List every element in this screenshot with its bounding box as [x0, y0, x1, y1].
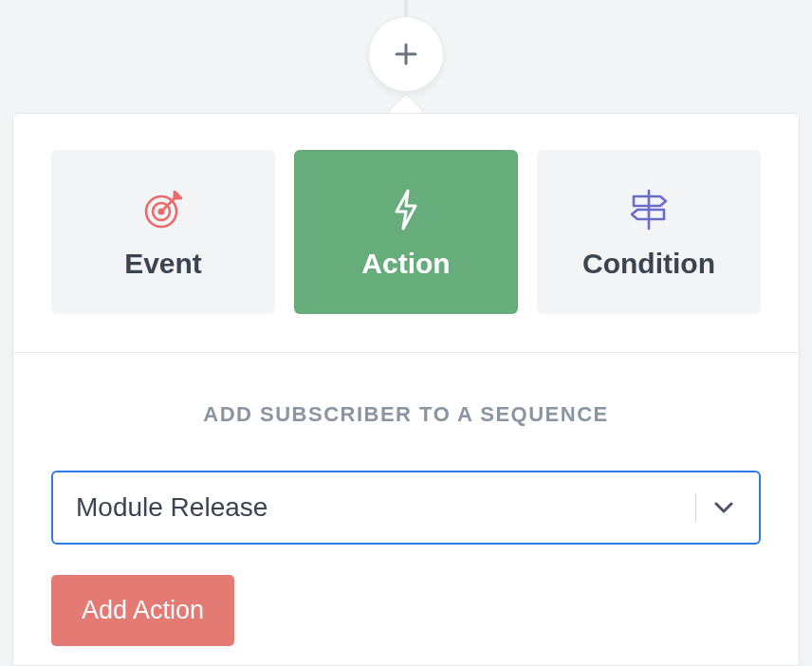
- step-type-tabs: Event Action Condition: [13, 114, 799, 353]
- tab-event[interactable]: Event: [51, 150, 275, 314]
- connector-line: [405, 0, 408, 19]
- tab-event-label: Event: [124, 248, 202, 280]
- tab-condition-label: Condition: [582, 248, 715, 280]
- chevron-down-icon: [711, 495, 736, 520]
- svg-line-5: [161, 198, 175, 212]
- add-action-button[interactable]: Add Action: [51, 575, 234, 646]
- select-divider: [695, 493, 696, 522]
- panel-title: ADD SUBSCRIBER TO A SEQUENCE: [51, 402, 761, 427]
- lightning-icon: [389, 185, 423, 234]
- add-action-label: Add Action: [82, 596, 204, 625]
- action-config-panel: ADD SUBSCRIBER TO A SEQUENCE Module Rele…: [13, 353, 799, 666]
- sequence-select[interactable]: Module Release: [51, 471, 761, 545]
- tab-condition[interactable]: Condition: [537, 150, 761, 314]
- sequence-select-value: Module Release: [76, 492, 695, 523]
- add-step-button[interactable]: [369, 17, 443, 91]
- target-icon: [140, 185, 186, 234]
- signpost-icon: [624, 185, 674, 234]
- tab-action[interactable]: Action: [294, 150, 518, 314]
- plus-icon: [393, 41, 419, 67]
- step-card: Event Action Condition ADD SUBSCRIBER TO: [12, 113, 800, 666]
- tab-action-label: Action: [361, 248, 450, 280]
